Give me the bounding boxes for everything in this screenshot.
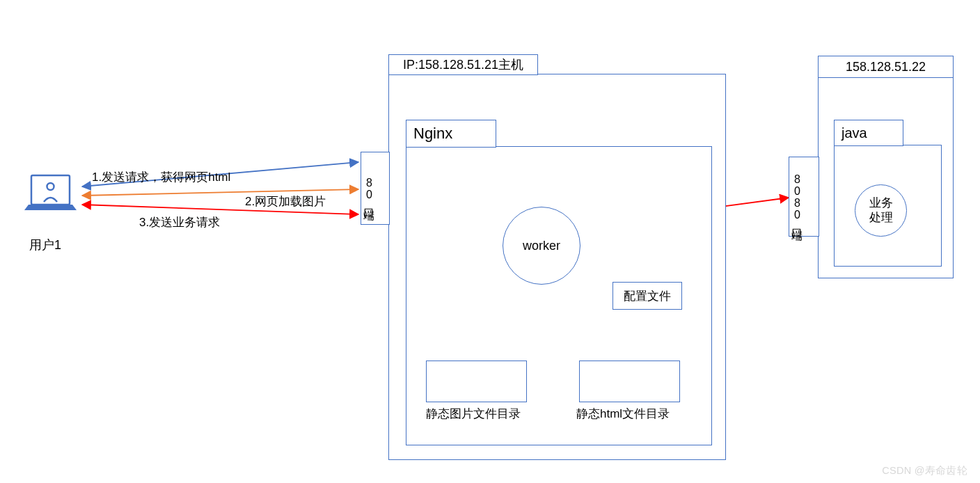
staticimg-box — [426, 361, 527, 402]
user-label: 用户1 — [29, 237, 61, 253]
architecture-diagram: 用户1 1.发送请求，获得网页html 2.网页加载图片 3.发送业务请求 IP… — [0, 0, 980, 483]
watermark: CSDN @寿命齿轮 — [882, 464, 967, 477]
staticimg-label: 静态图片文件目录 — [426, 406, 521, 422]
port80-label: 80端口 — [361, 152, 376, 224]
svg-point-1 — [47, 183, 54, 190]
flow-2-label: 2.网页加载图片 — [245, 193, 326, 209]
statichtml-box — [579, 361, 680, 402]
worker-circle: worker — [503, 207, 580, 285]
user-icon — [24, 175, 77, 210]
svg-rect-0 — [31, 175, 70, 205]
statichtml-label: 静态html文件目录 — [576, 406, 670, 422]
port8080-box: 8080端口 — [789, 157, 819, 237]
biz-circle: 业务 处理 — [855, 184, 907, 237]
flow-1-label: 1.发送请求，获得网页html — [92, 169, 230, 185]
port80-box: 80端口 — [361, 152, 390, 225]
flow-3-label: 3.发送业务请求 — [139, 214, 220, 230]
port8080-label: 8080端口 — [789, 157, 804, 236]
config-box: 配置文件 — [612, 282, 682, 310]
host1-title: IP:158.128.51.21主机 — [388, 54, 538, 75]
host2-title: 158.128.51.22 — [818, 56, 954, 78]
java-title: java — [834, 120, 903, 146]
nginx-title: Nginx — [406, 120, 496, 148]
